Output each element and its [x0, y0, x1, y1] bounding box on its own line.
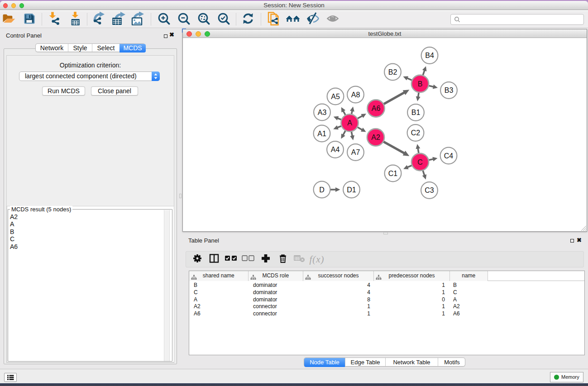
svg-text:B: B [418, 80, 423, 88]
svg-text:C3: C3 [425, 186, 434, 194]
svg-text:C: C [417, 158, 423, 166]
svg-text:B2: B2 [388, 68, 397, 76]
svg-text:A5: A5 [331, 93, 340, 100]
svg-text:A: A [347, 119, 352, 127]
svg-text:C1: C1 [388, 170, 398, 177]
svg-text:A8: A8 [351, 91, 360, 99]
svg-text:C2: C2 [411, 129, 421, 137]
svg-text:D1: D1 [347, 186, 356, 194]
svg-text:A2: A2 [371, 133, 380, 141]
svg-text:A3: A3 [318, 109, 327, 116]
svg-text:D: D [319, 186, 325, 194]
svg-text:B4: B4 [425, 52, 434, 59]
svg-text:B1: B1 [411, 109, 421, 116]
svg-text:C4: C4 [444, 152, 454, 160]
svg-text:B3: B3 [445, 86, 454, 94]
svg-text:A1: A1 [317, 130, 326, 138]
svg-text:A4: A4 [331, 146, 340, 153]
svg-text:A7: A7 [351, 148, 360, 156]
svg-text:A6: A6 [372, 105, 381, 112]
